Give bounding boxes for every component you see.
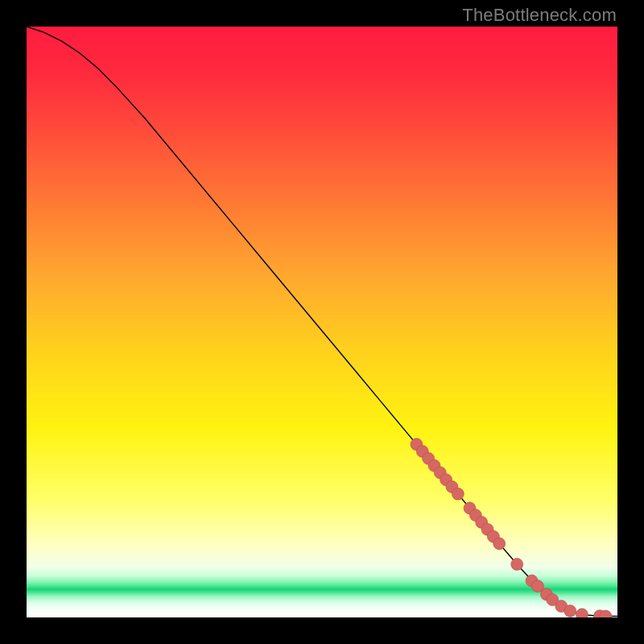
marker-group — [411, 438, 612, 617]
data-marker — [511, 558, 523, 570]
plot-area — [27, 27, 617, 617]
data-marker — [493, 538, 506, 550]
chart-frame: TheBottleneck.com — [0, 0, 644, 644]
data-marker — [576, 609, 588, 617]
watermark-text: TheBottleneck.com — [462, 5, 617, 26]
data-marker — [564, 605, 576, 617]
data-marker — [452, 488, 464, 500]
curve-layer — [27, 27, 617, 617]
bottleneck-curve — [27, 27, 617, 617]
